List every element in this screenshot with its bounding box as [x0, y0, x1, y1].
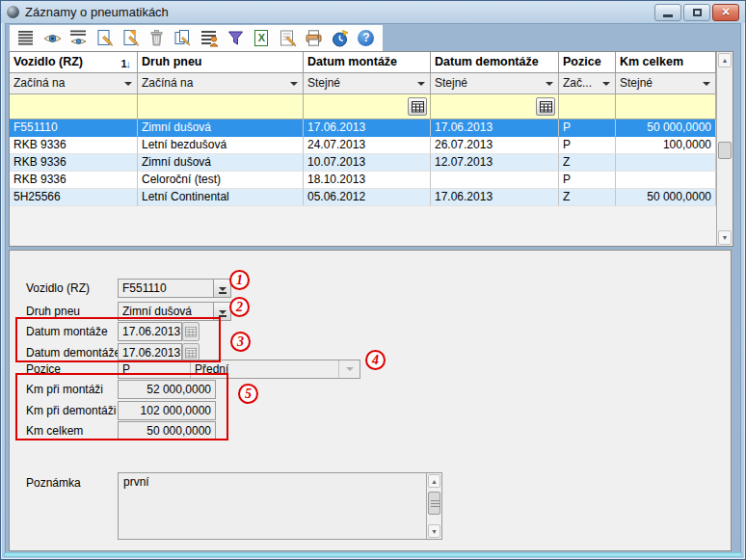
km-pri-montazi-field[interactable]: 52 000,0000 — [118, 380, 216, 399]
cell-datum-demontaze: 17.06.2013 — [431, 189, 559, 206]
column-label: Druh pneu — [142, 55, 202, 68]
cell-km-celkem: 50 000,0000 — [616, 120, 716, 137]
column-header-km-celkem[interactable]: Km celkem — [616, 52, 716, 73]
maximize-button[interactable] — [683, 4, 710, 21]
filter-condition-km-celkem[interactable]: Stejné — [616, 73, 716, 94]
chevron-down-icon — [290, 82, 298, 86]
close-button[interactable] — [712, 4, 739, 21]
scroll-down-icon[interactable] — [428, 524, 440, 538]
km-pri-demontazi-field[interactable]: 102 000,0000 — [118, 401, 216, 420]
poznamka-label: Poznámka — [26, 473, 81, 493]
poznamka-field[interactable]: první — [118, 472, 442, 540]
filter-input-druh-pneu[interactable] — [138, 94, 304, 120]
titlebar[interactable]: Záznamy o pneumatikách — [1, 1, 745, 23]
cell-druh-pneu: Zimní dušová — [138, 120, 304, 137]
chevron-down-icon — [602, 82, 610, 86]
filter-condition-druh-pneu[interactable]: Začíná na — [138, 73, 304, 94]
calendar-button[interactable] — [408, 97, 427, 116]
cell-datum-demontaze: 12.07.2013 — [431, 154, 559, 172]
notes-icon[interactable] — [278, 28, 297, 49]
filter-input-km-celkem[interactable] — [616, 94, 716, 120]
filter-input-datum-demontaze[interactable] — [431, 94, 559, 120]
filter-condition-datum-montaze[interactable]: Stejné — [304, 73, 431, 94]
table-row[interactable]: 5H25566 Letní Continental 05.06.2012 17.… — [10, 189, 733, 206]
table-row[interactable]: F551110 Zimní dušová 17.06.2013 17.06.20… — [10, 120, 733, 137]
cell-km-celkem — [616, 154, 716, 172]
help-icon[interactable] — [357, 28, 376, 49]
help-glyph — [358, 30, 374, 46]
cell-datum-montaze: 10.07.2013 — [304, 154, 431, 172]
filter-label: Stejné — [307, 76, 340, 90]
sort-list-icon[interactable] — [16, 28, 36, 49]
column-label: Km celkem — [620, 55, 683, 68]
view-records-icon[interactable] — [68, 28, 88, 49]
cell-druh-pneu: Zimní dušová — [138, 154, 304, 172]
chevron-down-icon[interactable] — [338, 360, 360, 378]
print-icon[interactable] — [305, 28, 324, 49]
history-icon[interactable] — [331, 28, 350, 49]
scrollbar-thumb[interactable] — [718, 142, 732, 159]
filter-icon[interactable] — [226, 28, 245, 49]
new-record-icon[interactable] — [94, 28, 114, 49]
poznamka-text[interactable]: první — [119, 473, 425, 539]
app-icon — [7, 6, 19, 18]
table-row[interactable]: RKB 9336 Celoroční (test) 18.10.2013 P — [10, 172, 733, 189]
excel-glyph — [254, 30, 268, 46]
column-customize-icon[interactable] — [200, 28, 219, 49]
dropdown-bar-icon — [219, 315, 226, 317]
cell-druh-pneu: Letní bezdušová — [138, 137, 304, 154]
window-title: Záznamy o pneumatikách — [25, 5, 169, 19]
minimize-icon — [663, 14, 673, 17]
edit-record-icon[interactable] — [121, 28, 141, 49]
chevron-down-icon — [124, 82, 132, 86]
column-label: Vozidlo (RZ) — [13, 55, 83, 68]
filter-label: Začíná na — [142, 76, 193, 90]
minimize-button[interactable] — [654, 4, 681, 21]
vozidlo-field[interactable]: F551110 — [118, 279, 214, 298]
close-icon — [722, 5, 730, 19]
column-header-druh-pneu[interactable]: Druh pneu — [138, 52, 304, 73]
annotation-circle-3: 3 — [230, 332, 251, 352]
km-pri-demontazi-label: Km při demontáži — [26, 401, 116, 420]
cell-pozice: P — [559, 120, 616, 137]
filter-input-vozidlo[interactable] — [10, 94, 138, 120]
grid-vertical-scrollbar[interactable] — [716, 52, 733, 246]
pozice-combo[interactable]: P Přední — [118, 360, 360, 379]
filter-condition-datum-demontaze[interactable]: Stejné — [431, 73, 559, 94]
export-excel-icon[interactable] — [252, 28, 271, 49]
cell-datum-montaze: 24.07.2013 — [304, 137, 431, 154]
filter-label: Zač... — [563, 76, 592, 90]
column-header-pozice[interactable]: Pozice — [559, 52, 616, 73]
km-celkem-field[interactable]: 50 000,0000 — [118, 421, 216, 440]
copy-record-icon[interactable] — [173, 28, 193, 49]
detail-form: Vozidlo (RZ) F551110 Druh pneu Zimní duš… — [9, 250, 732, 551]
filter-input-datum-montaze[interactable] — [304, 94, 431, 120]
dropdown-bar-icon — [219, 292, 226, 294]
filter-condition-vozidlo[interactable]: Začíná na — [10, 73, 138, 94]
scroll-up-icon[interactable] — [718, 53, 732, 67]
cell-datum-montaze: 05.06.2012 — [304, 189, 431, 206]
datum-montaze-calendar-button[interactable] — [182, 322, 200, 341]
chevron-down-icon — [417, 82, 425, 86]
table-row[interactable]: RKB 9336 Letní bezdušová 24.07.2013 26.0… — [10, 137, 733, 154]
toolbar — [10, 25, 383, 51]
scroll-down-icon[interactable] — [718, 230, 732, 245]
column-header-vozidlo[interactable]: Vozidlo (RZ) — [10, 52, 138, 73]
column-label: Datum demontáže — [435, 55, 539, 68]
datum-montaze-field[interactable]: 17.06.2013 — [118, 322, 182, 341]
column-header-datum-montaze[interactable]: Datum montáže — [304, 52, 431, 73]
cell-datum-demontaze — [431, 172, 559, 189]
scroll-up-icon[interactable] — [428, 474, 440, 488]
preview-icon[interactable] — [42, 28, 62, 49]
poznamka-scrollbar[interactable] — [426, 473, 441, 539]
pozice-label: Pozice — [26, 360, 61, 379]
chevron-down-icon — [219, 310, 226, 314]
filter-condition-pozice[interactable]: Zač... — [559, 73, 616, 94]
scrollbar-thumb[interactable] — [428, 492, 440, 515]
column-header-datum-demontaze[interactable]: Datum demontáže — [431, 52, 559, 73]
calendar-button[interactable] — [536, 97, 555, 116]
filter-input-pozice[interactable] — [559, 94, 616, 120]
table-row[interactable]: RKB 9336 Zimní dušová 10.07.2013 12.07.2… — [10, 154, 733, 172]
druh-pneu-field[interactable]: Zimní dušová — [118, 302, 214, 321]
delete-record-icon[interactable] — [147, 28, 167, 49]
